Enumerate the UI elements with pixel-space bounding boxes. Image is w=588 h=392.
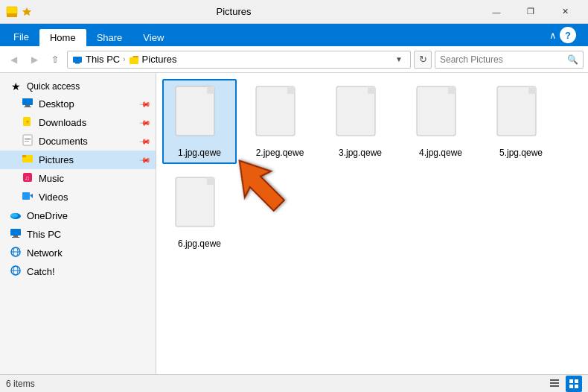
- sidebar-item-documents[interactable]: Documents 📌: [0, 132, 156, 151]
- forward-button[interactable]: ▶: [25, 51, 43, 69]
- file-item-1[interactable]: 1.jpg.qewe: [162, 79, 237, 164]
- path-part-1: This PC: [86, 54, 120, 65]
- file-icon-3: [333, 85, 387, 145]
- path-separator-1: ›: [123, 55, 125, 63]
- documents-label: Documents: [39, 136, 88, 147]
- sidebar-item-this-pc[interactable]: This PC: [0, 225, 156, 244]
- close-button[interactable]: ✕: [548, 0, 582, 24]
- svg-rect-24: [12, 237, 19, 238]
- file-list: 1.jpg.qewe 2.jpeg.qewe: [156, 73, 588, 374]
- videos-label: Videos: [39, 192, 68, 203]
- file-name-5: 5.jpg.qewe: [499, 148, 543, 158]
- up-button[interactable]: ⇧: [46, 51, 64, 69]
- svg-rect-4: [130, 57, 138, 64]
- svg-rect-11: [25, 138, 31, 139]
- pin-icon-pictures: 📌: [139, 154, 151, 165]
- svg-rect-39: [368, 86, 375, 94]
- address-bar: ◀ ▶ ⇧ This PC › Pictures ▼ ↻ 🔍: [0, 46, 588, 73]
- sidebar-item-downloads[interactable]: Downloads 📌: [0, 113, 156, 132]
- item-count: 6 items: [6, 379, 35, 389]
- sidebar-item-music[interactable]: ♫ Music: [0, 169, 156, 188]
- sidebar-item-quick-access[interactable]: ★ Quick access: [0, 76, 156, 95]
- downloads-label: Downloads: [39, 117, 86, 128]
- file-name-4: 4.jpg.qewe: [419, 148, 462, 158]
- file-name-2: 2.jpeg.qewe: [256, 148, 304, 158]
- onedrive-icon: [9, 209, 22, 223]
- music-icon: ♫: [21, 171, 34, 186]
- details-view-button[interactable]: [546, 376, 563, 392]
- file-icon-4: [414, 85, 467, 145]
- this-pc-sidebar-icon: [9, 227, 22, 241]
- path-part-2: Pictures: [142, 54, 177, 65]
- svg-rect-2: [73, 57, 82, 63]
- this-pc-icon: [72, 54, 83, 65]
- svg-rect-23: [13, 235, 18, 237]
- svg-point-21: [10, 213, 18, 218]
- address-path[interactable]: This PC › Pictures ▼: [67, 51, 411, 69]
- tab-share[interactable]: Share: [86, 29, 133, 46]
- maximize-button[interactable]: ❐: [514, 0, 548, 24]
- star-icon: ★: [9, 80, 22, 92]
- svg-rect-33: [207, 86, 214, 94]
- tab-view[interactable]: View: [132, 29, 174, 46]
- svg-rect-3: [75, 63, 80, 64]
- svg-rect-54: [575, 379, 578, 383]
- pin-icon-desktop: 📌: [139, 98, 151, 110]
- refresh-button[interactable]: ↻: [414, 51, 432, 69]
- pictures-label: Pictures: [39, 154, 74, 165]
- desktop-label: Desktop: [39, 98, 74, 110]
- sidebar-item-desktop[interactable]: Desktop 📌: [0, 95, 156, 113]
- catch-icon: [9, 265, 22, 279]
- tab-file[interactable]: File: [3, 28, 39, 46]
- svg-rect-13: [25, 141, 29, 142]
- this-pc-label: This PC: [27, 229, 61, 240]
- file-item-5[interactable]: 5.jpg.qewe: [484, 79, 558, 164]
- sidebar-item-catch[interactable]: Catch!: [0, 262, 156, 281]
- catch-label: Catch!: [27, 266, 55, 277]
- sidebar-item-pictures[interactable]: Pictures 📌: [0, 151, 156, 169]
- svg-rect-5: [22, 98, 33, 105]
- search-box[interactable]: 🔍: [435, 51, 584, 69]
- svg-rect-51: [550, 382, 559, 384]
- svg-rect-53: [569, 379, 573, 383]
- file-icon-2: [253, 85, 307, 145]
- search-input[interactable]: [440, 54, 564, 65]
- file-item-3[interactable]: 3.jpg.qewe: [323, 79, 397, 164]
- file-item-6[interactable]: 6.jpg.qewe: [162, 170, 237, 255]
- main-layout: ★ Quick access Desktop 📌 Downloads 📌 Doc…: [0, 73, 588, 374]
- file-item-4[interactable]: 4.jpg.qewe: [403, 79, 478, 164]
- svg-rect-56: [575, 385, 578, 388]
- search-icon: 🔍: [567, 54, 578, 65]
- help-button[interactable]: ?: [560, 27, 576, 43]
- sidebar-item-onedrive[interactable]: OneDrive: [0, 206, 156, 225]
- title-bar: Pictures — ❐ ✕: [0, 0, 588, 24]
- file-icon-1: [173, 85, 226, 145]
- large-icons-view-button[interactable]: [566, 376, 582, 392]
- tab-home[interactable]: Home: [39, 29, 86, 46]
- file-item-2[interactable]: 2.jpeg.qewe: [243, 79, 317, 164]
- svg-rect-42: [448, 86, 456, 94]
- pin-icon-downloads: 📌: [139, 116, 151, 128]
- svg-rect-6: [25, 105, 30, 107]
- svg-rect-7: [24, 107, 31, 107]
- file-name-6: 6.jpg.qewe: [178, 238, 221, 249]
- svg-rect-48: [207, 177, 214, 185]
- window-controls[interactable]: — ❐ ✕: [479, 0, 582, 24]
- svg-rect-50: [550, 379, 559, 381]
- svg-rect-18: [22, 192, 30, 200]
- back-button[interactable]: ◀: [4, 51, 22, 69]
- pictures-icon: [21, 153, 34, 167]
- file-icon-5: [494, 85, 548, 145]
- documents-icon: [21, 134, 34, 148]
- sidebar: ★ Quick access Desktop 📌 Downloads 📌 Doc…: [0, 73, 156, 374]
- path-dropdown-icon[interactable]: ▼: [392, 55, 406, 63]
- svg-rect-36: [287, 86, 295, 94]
- sidebar-item-videos[interactable]: Videos: [0, 188, 156, 206]
- view-controls: [546, 376, 582, 392]
- minimize-button[interactable]: —: [479, 0, 514, 24]
- window-title: Pictures: [0, 6, 479, 17]
- sidebar-item-network[interactable]: Network: [0, 244, 156, 262]
- onedrive-label: OneDrive: [27, 210, 68, 221]
- ribbon-expand[interactable]: ∧ ?: [543, 24, 585, 46]
- network-icon: [9, 246, 22, 260]
